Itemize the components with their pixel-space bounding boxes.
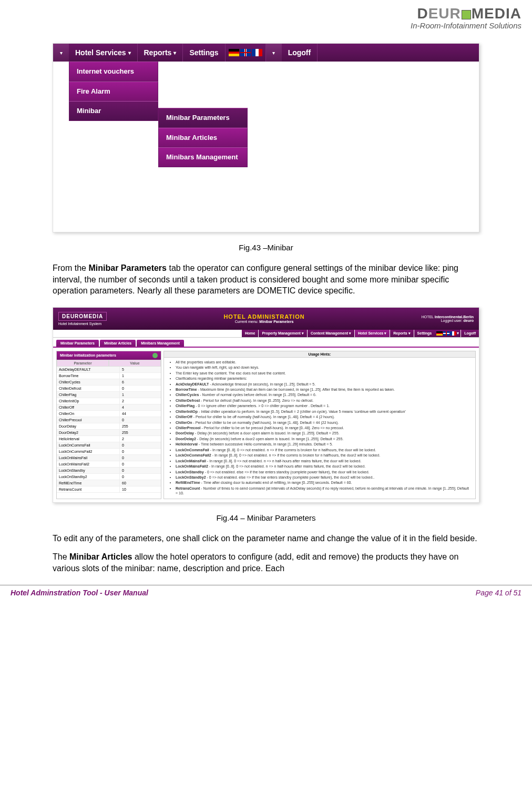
hint-item: ChillerPrecool - Period for chiller to b… — [176, 425, 471, 430]
hint-item: AckDelayDEFAULT - Acknowledge timeout (i… — [176, 382, 471, 387]
param-value: 0 — [120, 386, 161, 391]
param-name: HelloInterval — [57, 436, 120, 442]
language-selector[interactable] — [226, 44, 266, 62]
table-row[interactable]: ChillerPrecool0 — [57, 417, 161, 423]
table-row[interactable]: ChillerFlag1 — [57, 392, 161, 398]
chevron-down-icon: ▾ — [457, 331, 459, 336]
table-row[interactable]: LockOnMainsFail0 — [57, 455, 161, 461]
flag-fr-icon — [450, 331, 456, 336]
param-name: DoorDelay — [57, 423, 120, 429]
param-name: LockOnStandby — [57, 468, 120, 473]
nav-hotel-services[interactable]: Hotel Services ▾ — [69, 44, 138, 62]
table-row[interactable]: ChillerInitOp2 — [57, 398, 161, 404]
param-name: RefillEndTime — [57, 480, 120, 486]
hint-item: LockOnCommsFail - In range [0..8]. 0 => … — [176, 448, 471, 452]
param-name: ChillerOff — [57, 404, 120, 410]
chevron-down-icon: ▾ — [173, 50, 176, 56]
param-value: 4 — [120, 404, 161, 410]
brand-tagline: In-Room-Infotainment Solutions — [11, 21, 521, 30]
table-row[interactable]: RefillEndTime60 — [57, 480, 161, 486]
table-row[interactable]: LockOnMainsFail20 — [57, 461, 161, 468]
paragraph-1: From the Minibar Parameters tab the oper… — [53, 262, 479, 297]
param-name: LockOnStandby2 — [57, 474, 120, 480]
table-row[interactable]: ChillerOff4 — [57, 404, 161, 411]
flag-uk-icon — [240, 49, 251, 56]
tab-minibars-management[interactable]: Minibars Management — [137, 340, 184, 347]
table-row[interactable]: LockOnCommsFail0 — [57, 442, 161, 449]
admin-title: HOTEL ADMINISTRATION — [223, 313, 304, 320]
hint-item: ChillerFlag - 0 => ignore other chiller … — [176, 403, 471, 408]
hint-item: LockOnMainsFail - In range [0..8]. 0 => … — [176, 459, 471, 463]
nav-property-mgmt[interactable]: Property Management ▾ — [258, 330, 306, 337]
nav-hotel-services[interactable]: Hotel Services ▾ — [354, 330, 390, 337]
flag-de-icon — [436, 331, 443, 336]
param-value: 2 — [120, 436, 161, 442]
param-value: 5 — [120, 367, 161, 372]
param-value: 0 — [120, 461, 161, 467]
table-row[interactable]: DoorDelay255 — [57, 423, 161, 430]
submenu-fire-alarm[interactable]: Fire Alarm — [69, 82, 158, 102]
chevron-down-icon: ▾ — [128, 50, 131, 56]
table-row[interactable]: HelloInterval2 — [57, 436, 161, 442]
param-value: 1 — [120, 373, 161, 379]
submenu-minibar-articles[interactable]: Minibar Articles — [158, 128, 248, 148]
table-row[interactable]: ChillerOn44 — [57, 411, 161, 417]
table-row[interactable]: LockOnCommsFail20 — [57, 449, 161, 455]
nav-label: Reports — [144, 48, 172, 57]
logo-text: DEUROMEDIA — [58, 312, 107, 321]
text: From the — [53, 263, 88, 272]
table-row[interactable]: BorrowTime1 — [57, 373, 161, 379]
tab-minibar-parameters[interactable]: Minibar Parameters — [56, 340, 99, 347]
table-row[interactable]: ChillerCycles6 — [57, 379, 161, 386]
figure-43-caption: Fig.43 –Minibar — [53, 243, 479, 252]
brand-d: D — [417, 5, 428, 22]
refresh-icon[interactable] — [152, 353, 158, 358]
nav-settings[interactable]: Settings — [183, 44, 225, 62]
params-table-body: AckDelayDEFAULT5BorrowTime1ChillerCycles… — [57, 367, 161, 493]
nav-logoff[interactable]: Logoff — [461, 330, 479, 337]
param-value: 2 — [120, 398, 161, 404]
nav-reports[interactable]: Reports ▾ — [390, 330, 413, 337]
logo-subtitle: Hotel Infotainment System — [58, 322, 107, 326]
figure-43-screenshot: ▾ Hotel Services ▾ Reports ▾ Settings ▾ … — [53, 43, 479, 232]
hint-item: ChillerOn - Period for chiller to be on … — [176, 420, 471, 425]
hint-item: DoorDelay - Delay (in seconds) before a … — [176, 431, 471, 435]
page-footer: Hotel Adminstration Tool - User Manual P… — [0, 585, 532, 600]
flag-de-icon — [229, 49, 239, 56]
admin-header: DEUROMEDIA Hotel Infotainment System HOT… — [53, 308, 479, 330]
tab-minibar-articles[interactable]: Minibar Articles — [100, 340, 136, 347]
param-value: 6 — [120, 379, 161, 385]
hint-item: The Enter key save the content. The esc … — [176, 371, 471, 376]
nav-content-mgmt[interactable]: Content Management ▾ — [307, 330, 354, 337]
hints-body: All the properties values are editable.Y… — [164, 358, 475, 499]
hint-item: All the properties values are editable. — [176, 360, 471, 364]
submenu-minibars-management[interactable]: Minibars Management — [158, 147, 248, 167]
hint-item: Clarifications regarding minibar paramet… — [176, 376, 471, 381]
submenu-minibar[interactable]: Minibar — [69, 101, 158, 121]
nav-settings[interactable]: Settings — [414, 330, 435, 337]
hint-item: You can navigate with left, right, up an… — [176, 365, 471, 370]
table-row[interactable]: AckDelayDEFAULT5 — [57, 367, 161, 373]
table-row[interactable]: LockOnStandby0 — [57, 468, 161, 474]
table-row[interactable]: ChillerDefrost0 — [57, 386, 161, 392]
param-value: 0 — [120, 468, 161, 473]
nav-lang-dropdown[interactable]: ▾ — [266, 44, 282, 62]
chevron-down-icon: ▾ — [272, 50, 275, 56]
table-row[interactable]: RetransCount10 — [57, 486, 161, 493]
nav-back-button[interactable]: ▾ — [53, 44, 69, 62]
param-value: 255 — [120, 430, 161, 435]
nav-reports[interactable]: Reports ▾ — [138, 44, 183, 62]
table-row[interactable]: DoorDelay2255 — [57, 430, 161, 436]
nav-logoff[interactable]: Logoff — [282, 44, 318, 62]
param-value: 10 — [120, 486, 161, 492]
submenu-minibar-parameters[interactable]: Minibar Parameters — [158, 108, 248, 128]
table-row[interactable]: LockOnStandby20 — [57, 474, 161, 480]
param-name: LockOnCommsFail2 — [57, 449, 120, 454]
nav-home[interactable]: Home — [241, 330, 258, 337]
nav-flags[interactable]: ▾ — [435, 330, 461, 337]
submenu-internet-vouchers[interactable]: Internet vouchers — [69, 62, 158, 82]
param-name: ChillerPrecool — [57, 417, 120, 423]
text-bold: Minibar Articles — [69, 552, 132, 561]
hint-item: LockOnMainsFail2 - In range [0..8]. 0 =>… — [176, 464, 471, 469]
param-value: 1 — [120, 392, 161, 398]
